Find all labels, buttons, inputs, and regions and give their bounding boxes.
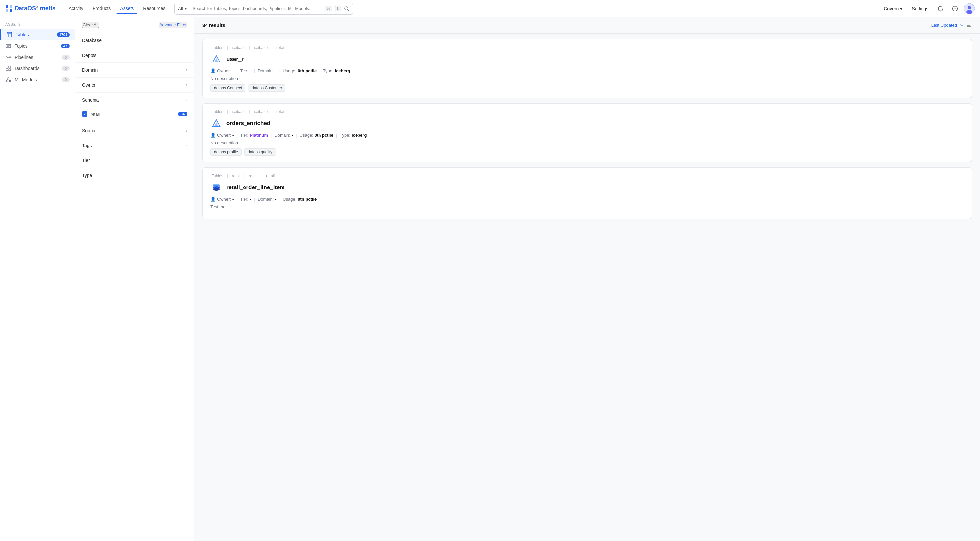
notifications-button[interactable] xyxy=(935,3,946,14)
result-meta-2: 👤 Owner: - | Tier: Platinum | Domain: - … xyxy=(210,132,964,137)
result-domain-label-3: Domain: xyxy=(258,197,274,202)
filter-tags-chevron: › xyxy=(186,143,187,148)
result-card-retail_order_line_item[interactable]: Tables | retail | retail | retail xyxy=(202,168,972,219)
svg-rect-14 xyxy=(6,44,11,48)
svg-rect-20 xyxy=(6,66,8,68)
result-usage-value-2: 0th pctile xyxy=(315,132,333,137)
nav-resources[interactable]: Resources xyxy=(139,4,169,14)
svg-rect-22 xyxy=(6,69,8,71)
result-meta-1: 👤 Owner: - | Tier: - | Domain: - | Usage… xyxy=(210,69,964,73)
svg-rect-2 xyxy=(6,9,8,12)
result-domain-value-3: - xyxy=(275,197,276,202)
breadcrumb-icebase2: icebase xyxy=(254,45,267,50)
filter-database-chevron: › xyxy=(186,38,187,43)
result-owner-value-2: - xyxy=(232,132,234,137)
svg-point-18 xyxy=(9,57,11,58)
result-tags-1: dataos.Connect dataos.Customer xyxy=(210,84,964,92)
breadcrumb-retail1: retail xyxy=(276,45,285,50)
result-tag-2-2[interactable]: dataos.quality xyxy=(244,148,276,156)
result-card-orders_enriched[interactable]: Tables | icebase | icebase | retail xyxy=(202,103,972,162)
filter-retail-label: retail xyxy=(91,112,100,117)
filter-source-header[interactable]: Source › xyxy=(75,123,194,138)
filter-schema-retail[interactable]: retail 34 xyxy=(82,110,187,118)
result-owner-icon-3: 👤 xyxy=(210,197,216,202)
nav-activity[interactable]: Activity xyxy=(65,4,87,14)
result-tier-label-1: Tier: xyxy=(240,69,249,73)
result-tag-1-1[interactable]: dataos.Connect xyxy=(210,84,245,92)
svg-rect-0 xyxy=(6,5,8,8)
breadcrumb-icebase2-2: icebase xyxy=(254,110,267,114)
filter-retail-count: 34 xyxy=(178,112,187,116)
nav-products[interactable]: Products xyxy=(89,4,115,14)
result-tier-label-3: Tier: xyxy=(240,197,249,202)
filter-schema-header[interactable]: Schema ⌄ xyxy=(75,93,194,107)
sidebar-item-ml-models[interactable]: ML Models 0 xyxy=(0,74,75,85)
filter-schema-chevron: ⌄ xyxy=(184,97,187,102)
filter-tags-header[interactable]: Tags › xyxy=(75,138,194,153)
result-breadcrumb-1: Tables | icebase | icebase | retail xyxy=(210,45,964,50)
sidebar-item-topics[interactable]: Topics 47 xyxy=(0,40,75,51)
search-type-dropdown[interactable]: All ▾ xyxy=(178,6,187,11)
result-db-stack-icon-3 xyxy=(210,182,223,193)
topic-icon xyxy=(5,43,11,49)
svg-line-5 xyxy=(348,9,348,10)
result-tag-1-2[interactable]: dataos.Customer xyxy=(248,84,285,92)
settings-button[interactable]: Settings xyxy=(909,5,931,13)
user-avatar[interactable] xyxy=(964,3,975,14)
results-list: Tables | icebase | icebase | retail xyxy=(194,39,980,219)
svg-rect-23 xyxy=(9,69,11,71)
clear-all-button[interactable]: Clear All xyxy=(82,22,99,28)
sort-direction-icon xyxy=(959,23,964,28)
sidebar-item-pipelines[interactable]: Pipelines 0 xyxy=(0,51,75,63)
topnav: DataOS® metis Activity Products Assets R… xyxy=(0,0,980,17)
logo[interactable]: DataOS® metis xyxy=(5,5,56,12)
filter-schema-label: Schema xyxy=(82,97,99,102)
breadcrumb-icebase1: icebase xyxy=(232,45,245,50)
filter-section-schema: Schema ⌄ retail 34 xyxy=(75,93,194,123)
filter-section-tier: Tier › xyxy=(75,153,194,168)
filter-domain-header[interactable]: Domain › xyxy=(75,63,194,77)
filter-tier-header[interactable]: Tier › xyxy=(75,153,194,168)
filter-retail-checkbox[interactable] xyxy=(82,112,87,117)
result-card-user_r[interactable]: Tables | icebase | icebase | retail xyxy=(202,39,972,98)
filter-database-header[interactable]: Database › xyxy=(75,33,194,48)
sidebar-ml-models-badge: 0 xyxy=(62,77,70,82)
search-input[interactable] xyxy=(192,6,322,11)
svg-rect-1 xyxy=(10,5,12,8)
sidebar-tables-badge: 1701 xyxy=(57,32,70,37)
result-type-value-1: Iceberg xyxy=(335,69,350,73)
filter-tier-chevron: › xyxy=(186,158,187,163)
help-button[interactable]: ? xyxy=(950,3,960,14)
svg-marker-35 xyxy=(215,122,218,126)
sort-label: Last Updated xyxy=(931,23,957,28)
result-type-label-1: Type: xyxy=(323,69,334,73)
result-title-1: user_r xyxy=(226,56,243,62)
govern-menu[interactable]: Govern ▾ xyxy=(881,5,905,13)
svg-point-24 xyxy=(8,78,9,79)
result-tag-2-1[interactable]: dataos.profile xyxy=(210,148,242,156)
filter-section-type: Type › xyxy=(75,168,194,183)
result-description-3: Test the xyxy=(210,204,964,209)
search-icon[interactable] xyxy=(344,6,349,11)
result-title-row-1: user_r xyxy=(210,53,964,65)
svg-marker-33 xyxy=(215,58,218,62)
filter-type-header[interactable]: Type › xyxy=(75,168,194,182)
advance-filter-button[interactable]: Advance Filter xyxy=(159,22,187,28)
result-title-3: retail_order_line_item xyxy=(226,184,285,191)
mlmodel-icon xyxy=(5,77,11,83)
result-iceberg-icon-1 xyxy=(210,53,223,65)
filter-depots-header[interactable]: Depots › xyxy=(75,48,194,62)
svg-line-27 xyxy=(6,79,8,80)
sort-control[interactable]: Last Updated xyxy=(931,23,972,28)
brand-name: DataOS® metis xyxy=(14,5,56,12)
breadcrumb-icebase1-2: icebase xyxy=(232,110,245,114)
sidebar-item-tables[interactable]: Tables 1701 xyxy=(0,29,75,40)
svg-rect-11 xyxy=(7,32,11,37)
nav-assets[interactable]: Assets xyxy=(116,4,138,14)
sidebar-item-dashboards[interactable]: Dashboards 0 xyxy=(0,63,75,74)
result-owner-value-3: - xyxy=(232,197,234,202)
filter-owner-header[interactable]: Owner › xyxy=(75,78,194,92)
result-domain-label-2: Domain: xyxy=(274,132,290,137)
filter-section-owner: Owner › xyxy=(75,78,194,93)
search-bar[interactable]: All ▾ ⌘ K xyxy=(175,3,353,14)
